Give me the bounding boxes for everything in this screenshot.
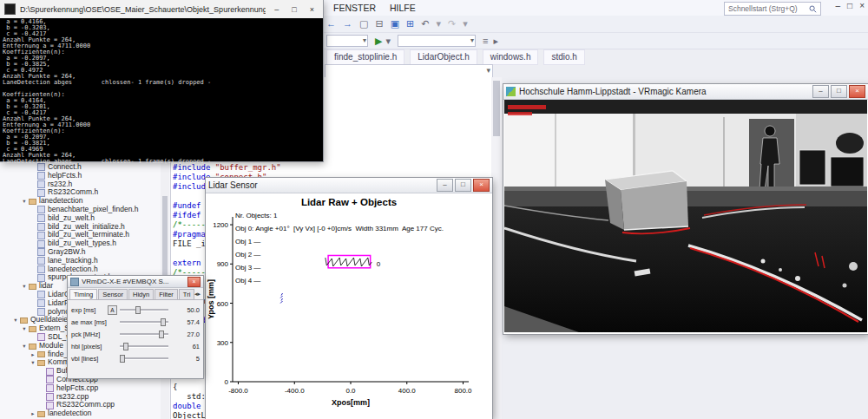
param-slider[interactable] (120, 318, 168, 326)
configuration-dropdown[interactable]: ▾ (326, 35, 368, 47)
tree-expander-icon[interactable]: ▾ (21, 342, 28, 350)
svg-text:-800.0: -800.0 (228, 387, 248, 395)
chevron-down-icon: ▾ (470, 36, 474, 46)
lidar-minimize-button[interactable]: – (437, 179, 453, 192)
vrmdc-tab[interactable]: Tri (179, 289, 194, 299)
file-icon (37, 257, 45, 265)
document-tab[interactable]: windows.h (483, 49, 539, 65)
nav-back-icon[interactable]: ← (326, 16, 336, 31)
slider-thumb[interactable] (159, 331, 164, 338)
svg-text:600: 600 (217, 300, 229, 308)
vrmdc-tab[interactable]: Hidyn (128, 289, 154, 299)
console-line: LaneDetection abges chlossen- 1 frame(s)… (3, 159, 320, 165)
open-file-icon[interactable]: ⊟ (375, 16, 383, 31)
tree-item[interactable]: bild_zu_welt_types.h (0, 239, 170, 248)
console-line: a = 0.4164, (3, 98, 320, 104)
vrmdc-settings-dialog: VRmDC-X-E #VEMBQX S... × TimingSensorHid… (68, 276, 203, 378)
param-slider[interactable] (120, 355, 168, 363)
tree-item[interactable]: ▸ lanedetection (0, 409, 170, 418)
slider-track[interactable] (120, 357, 168, 360)
slider-track[interactable] (120, 309, 168, 311)
param-label: vbl [lines] (71, 355, 98, 363)
slider-thumb[interactable] (161, 318, 166, 326)
file-icon (37, 223, 45, 231)
slider-thumb[interactable] (120, 355, 125, 363)
lidar-maximize-button[interactable]: □ (455, 179, 471, 192)
slider-thumb[interactable] (135, 306, 141, 314)
document-tab[interactable]: LidarObject.h (410, 49, 477, 65)
nav-forward-icon[interactable]: → (343, 16, 352, 31)
debug-caret-icon[interactable]: ▾ (385, 34, 391, 49)
document-tab[interactable]: finde_stoplinie.h (326, 49, 404, 65)
lidar-close-button[interactable]: × (473, 179, 490, 192)
tree-expander-icon[interactable]: ▾ (30, 358, 36, 367)
start-debug-icon[interactable]: ▶ (375, 34, 382, 49)
vrmdc-tab[interactable]: Filter (155, 289, 178, 299)
save-all-icon[interactable]: ⊞ (406, 16, 414, 31)
vrmdc-titlebar[interactable]: VRmDC-X-E #VEMBQX S... × (68, 276, 203, 288)
lidar-info-line: Obj 1 — (235, 238, 444, 251)
screen: FENSTERHILFE Schnellstart (Strg+Q) – □ ×… (0, 0, 868, 419)
camera-close-button[interactable]: × (849, 85, 865, 98)
svg-text:0.0: 0.0 (345, 387, 356, 395)
tree-expander-icon[interactable]: ▸ (30, 350, 36, 359)
camera-maximize-button[interactable]: □ (831, 85, 847, 98)
vs-minimize-button[interactable]: – (836, 1, 841, 10)
editor-navigation-dropdown[interactable]: ▾ (325, 64, 493, 78)
file-icon (37, 333, 45, 341)
redo-caret-icon[interactable]: ▾ (463, 16, 468, 31)
param-slider[interactable] (120, 331, 168, 338)
undo-caret-icon[interactable]: ▾ (436, 16, 441, 31)
toolbar-overflow-icon[interactable]: ▸ (493, 34, 498, 49)
console-line: Koeffizienten(n): (3, 49, 320, 56)
toolbar-options-icon[interactable]: ≡ (483, 34, 488, 49)
auto-exposure-button[interactable]: A (108, 305, 117, 315)
file-icon (37, 248, 45, 256)
file-icon (37, 206, 45, 213)
new-file-icon[interactable]: ▢ (359, 16, 368, 31)
console-maximize-button[interactable]: □ (287, 5, 300, 14)
console-close-button[interactable]: × (306, 5, 319, 14)
menu-item[interactable]: HILFE (383, 0, 423, 16)
vrmdc-close-button[interactable]: × (187, 277, 201, 287)
param-value: 50.0 (177, 306, 200, 314)
slider-thumb[interactable] (123, 343, 128, 350)
document-tab-strip: finde_stoplinie.hLidarObject.hwindows.hs… (326, 49, 585, 65)
console-line: b = -0.3821, (3, 141, 320, 147)
quick-launch-search[interactable]: Schnellstart (Strg+Q) (724, 2, 821, 16)
redo-icon[interactable]: ↷ (448, 16, 456, 31)
undo-icon[interactable]: ↶ (421, 16, 429, 31)
camera-window-titlebar[interactable]: Hochschule Hamm-Lippstadt - VRmagic Kame… (503, 84, 868, 100)
param-slider[interactable] (120, 306, 168, 314)
editor-scrollbar[interactable] (491, 77, 502, 419)
param-slider[interactable] (120, 343, 168, 350)
tree-expander-icon[interactable]: ▸ (30, 409, 36, 418)
vs-window-buttons: – □ × (836, 1, 865, 10)
lidar-info-line: Nr. Objects: 1 (235, 212, 444, 225)
quick-launch-text: Schnellstart (Strg+Q) (728, 4, 798, 13)
param-value: 57.4 (177, 318, 200, 326)
tree-expander-icon[interactable]: ▾ (12, 316, 19, 324)
platform-dropdown[interactable]: ▾ (398, 35, 476, 47)
console-titlebar[interactable]: D:\Spurerkennung\OSE\OSE_Maier_Schauerte… (0, 0, 323, 18)
tree-expander-icon[interactable]: ▾ (21, 282, 28, 291)
console-minimize-button[interactable]: – (270, 5, 283, 14)
save-icon[interactable]: ▣ (391, 16, 399, 31)
file-icon (37, 291, 45, 298)
tree-expander-icon[interactable]: ▾ (21, 197, 28, 206)
svg-text:Xpos[mm]: Xpos[mm] (332, 398, 370, 407)
scrollbar-thumb[interactable] (493, 81, 500, 136)
camera-minimize-button[interactable]: – (812, 85, 829, 98)
vrmdc-tab[interactable]: Timing (69, 289, 97, 299)
vs-maximize-button[interactable]: □ (847, 1, 852, 10)
vs-close-button[interactable]: × (859, 1, 865, 10)
tree-item[interactable]: helpFcts.h (0, 172, 170, 180)
lidar-window-titlebar[interactable]: Lidar Sensor – □ × (206, 178, 492, 193)
document-tab[interactable]: stdio.h (543, 49, 584, 65)
vrmdc-tab[interactable]: Sensor (98, 289, 128, 299)
tree-expander-icon[interactable]: ▾ (21, 324, 28, 333)
tree-item[interactable]: RS232Comm.h (0, 188, 170, 197)
menu-item[interactable]: FENSTER (326, 0, 383, 16)
vrmdc-title: VRmDC-X-E #VEMBQX S... (82, 278, 185, 285)
svg-text:-400.0: -400.0 (285, 387, 305, 395)
